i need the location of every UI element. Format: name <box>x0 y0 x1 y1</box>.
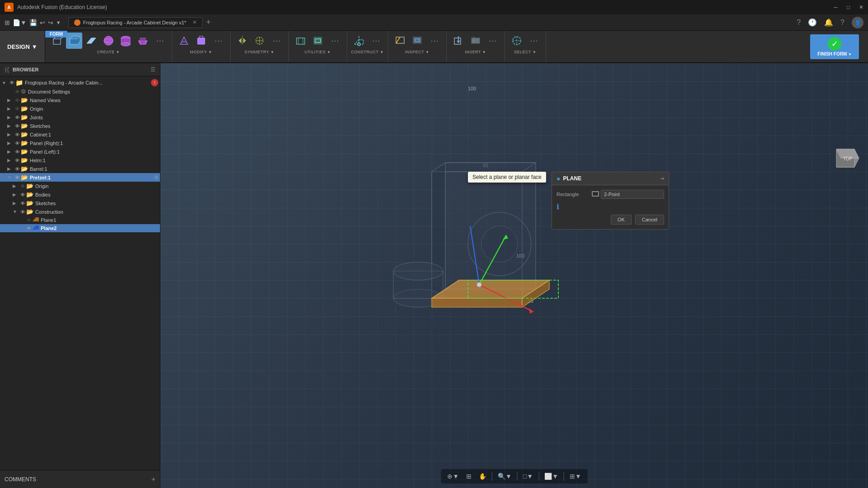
help-icon[interactable]: ? <box>797 19 801 27</box>
select-more-button[interactable]: ⋯ <box>526 34 542 47</box>
visibility-icon[interactable]: 👁 <box>19 192 26 197</box>
select-tool-button[interactable] <box>509 33 525 49</box>
visibility-icon[interactable]: 👁 <box>14 149 21 155</box>
symmetry-more-button[interactable]: ⋯ <box>269 34 285 47</box>
create-more-button[interactable]: ⋯ <box>152 34 168 47</box>
document-tab[interactable]: Frogtopus Racing - Arcade Cabinet Design… <box>68 17 203 28</box>
create-plane-button[interactable] <box>83 33 99 49</box>
modify-tool1-button[interactable] <box>176 33 192 49</box>
finish-form-button[interactable]: ✓ FINISH FORM ▼ <box>810 34 859 59</box>
visibility-icon[interactable]: 👁 <box>14 141 21 146</box>
visibility-icon[interactable]: 👁 <box>19 209 26 215</box>
tree-item-joints[interactable]: ▶ 👁 📂 Joints <box>0 113 160 122</box>
tree-item-pretzel-sketches[interactable]: ▶ 👁 📂 Sketches <box>0 199 160 207</box>
close-button[interactable]: ✕ <box>859 4 863 10</box>
history-icon[interactable]: 🕐 <box>808 18 817 27</box>
new-file-button[interactable]: 📄▼ <box>13 19 27 26</box>
tree-item-construction[interactable]: ▼ 👁 📂 Construction <box>0 207 160 216</box>
symmetry-tool2-button[interactable] <box>251 33 268 49</box>
redo-button[interactable]: ↪ <box>48 19 53 26</box>
vp-render-button[interactable]: ⬜▼ <box>542 471 561 482</box>
create-cylinder-button[interactable] <box>118 33 134 49</box>
inspect-more-button[interactable]: ⋯ <box>426 34 443 47</box>
insert-tool2-button[interactable] <box>467 33 484 49</box>
notifications-icon[interactable]: 🔔 <box>824 18 833 27</box>
grid-menu-button[interactable]: ⊞ <box>5 19 10 26</box>
visibility-icon[interactable]: 👁 <box>14 132 21 137</box>
tree-item-named-views[interactable]: ▶ 👁 📂 Named Views <box>0 96 160 104</box>
viewport[interactable]: 100 50 100 95 <box>160 63 868 488</box>
method-select[interactable]: 2-Point 3-Point Tangent <box>601 190 664 199</box>
plane-panel-expand-icon[interactable]: ⇥ <box>660 175 664 182</box>
utilities-more-button[interactable]: ⋯ <box>327 34 343 47</box>
symmetry-tool1-button[interactable] <box>234 33 250 49</box>
tree-item-pretzel[interactable]: ▼ 👁 📂 Pretzel:1 ⊙ <box>0 173 160 182</box>
visibility-icon[interactable]: 👁 <box>19 183 26 189</box>
tree-item-cabinet[interactable]: ▶ 👁 📂 Cabinet:1 <box>0 130 160 139</box>
save-button[interactable]: 💾 <box>29 19 37 26</box>
visibility-icon[interactable]: 👁 <box>14 158 21 163</box>
design-mode-button[interactable]: DESIGN ▼ <box>0 31 45 62</box>
new-tab-button[interactable]: + <box>206 18 211 27</box>
error-badge: ! <box>151 79 158 86</box>
insert-tool1-button[interactable] <box>450 33 467 49</box>
viewcube[interactable]: TOP <box>827 140 863 176</box>
visibility-icon[interactable]: 👁 <box>14 166 21 172</box>
vp-pan-button[interactable]: ✋ <box>476 471 489 482</box>
vp-grid-toggle-button[interactable]: ⊞▼ <box>567 471 584 482</box>
tab-close-button[interactable]: ✕ <box>193 19 197 25</box>
visibility-icon[interactable]: 👁 <box>14 123 21 129</box>
tree-item-pretzel-bodies[interactable]: ▶ 👁 📂 Bodies <box>0 190 160 199</box>
item-name: Named Views <box>30 98 158 103</box>
modify-tool2-button[interactable] <box>193 33 209 49</box>
visibility-icon[interactable]: 👁 <box>25 226 33 231</box>
utilities-tool2-button[interactable] <box>310 33 326 49</box>
visibility-icon[interactable]: 👁 <box>14 175 21 180</box>
svg-point-52 <box>481 226 518 262</box>
plane-ok-button[interactable]: OK <box>611 215 632 225</box>
construct-more-button[interactable]: ⋯ <box>368 34 384 47</box>
vp-display-button[interactable]: □▼ <box>520 471 536 482</box>
inspect-tool2-button[interactable] <box>409 33 425 49</box>
avatar-icon[interactable]: 👤 <box>852 17 863 28</box>
tree-item-pretzel-origin[interactable]: ▶ 👁 📂 Origin <box>0 182 160 190</box>
tree-item-document-settings[interactable]: 👁 ⚙ Document Settings <box>0 87 160 96</box>
maximize-button[interactable]: □ <box>847 4 850 10</box>
visibility-icon[interactable]: 👁 <box>14 115 21 120</box>
tree-item-plane2[interactable]: 👁 Plane2 <box>0 224 160 232</box>
create-sphere-button[interactable] <box>100 33 117 49</box>
visibility-icon[interactable]: 👁 <box>14 89 21 94</box>
browser-menu-button[interactable]: ☰ <box>151 66 156 73</box>
utilities-tool1-button[interactable] <box>292 33 309 49</box>
modify-more-button[interactable]: ⋯ <box>210 34 226 47</box>
redo-arrow-button[interactable]: ▼ <box>56 20 61 25</box>
tree-item-plane1[interactable]: 👁 Plane1 <box>0 216 160 224</box>
tree-item-origin[interactable]: ▶ 👁 📂 Origin <box>0 104 160 113</box>
tree-item-barrel[interactable]: ▶ 👁 📂 Barrel:1 <box>0 164 160 173</box>
insert-more-button[interactable]: ⋯ <box>485 34 501 47</box>
inspect-tool1-button[interactable] <box>392 33 408 49</box>
tree-item-root[interactable]: ▼ 👁 📁 Frogtopus Racing - Arcade Cabin...… <box>0 78 160 87</box>
vp-sep2 <box>517 472 518 481</box>
vp-zoom-button[interactable]: 🔍▼ <box>495 471 514 482</box>
plane-cancel-button[interactable]: Cancel <box>635 215 664 225</box>
visibility-icon[interactable]: 👁 <box>14 98 21 103</box>
browser-collapse-button[interactable]: ⟨⟨ <box>5 66 9 73</box>
tree-item-panel-left[interactable]: ▶ 👁 📂 Panel (Left):1 <box>0 147 160 156</box>
visibility-icon[interactable]: 👁 <box>25 218 33 223</box>
vp-snap-button[interactable]: ⊕▼ <box>444 471 462 482</box>
create-extrude-button[interactable] <box>135 33 151 49</box>
visibility-icon[interactable]: 👁 <box>14 106 21 112</box>
tree-item-sketches[interactable]: ▶ 👁 📂 Sketches <box>0 122 160 130</box>
minimize-button[interactable]: ─ <box>834 4 838 10</box>
comments-add-button[interactable]: + <box>151 475 156 483</box>
vp-grid-button[interactable]: ⊞ <box>463 471 474 482</box>
visibility-icon[interactable]: 👁 <box>8 80 15 85</box>
tree-item-panel-right[interactable]: ▶ 👁 📂 Panel (Right):1 <box>0 139 160 147</box>
account-icon[interactable]: ? <box>840 19 844 27</box>
construct-plane-button[interactable] <box>351 33 367 49</box>
undo-button[interactable]: ↩ <box>40 19 45 26</box>
visibility-icon[interactable]: 👁 <box>19 201 26 206</box>
tree-item-helm[interactable]: ▶ 👁 📂 Helm:1 <box>0 156 160 164</box>
create-box-button[interactable] <box>66 33 82 49</box>
